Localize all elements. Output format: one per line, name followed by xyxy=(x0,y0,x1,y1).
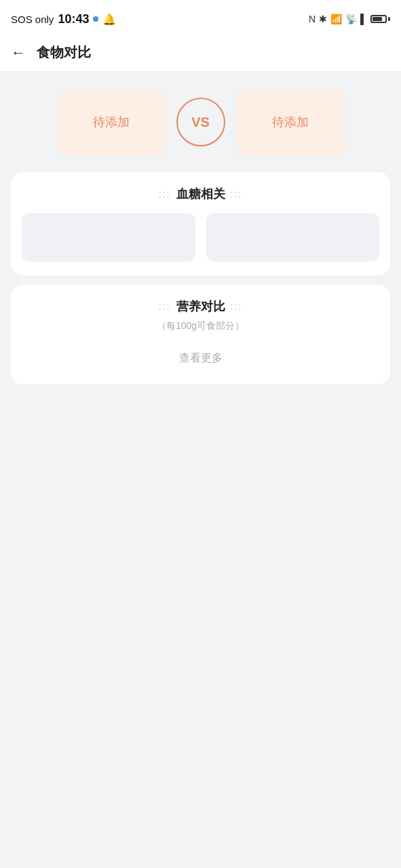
bluetooth-icon: ✱ xyxy=(319,14,327,24)
signal-icon: 📶 xyxy=(330,14,342,24)
status-right: N ✱ 📶 📡 ▌ xyxy=(309,14,390,24)
nutrition-title: 营养对比 xyxy=(176,298,225,315)
nutrition-header: ::: 营养对比 ::: xyxy=(22,298,379,315)
sos-text: SOS only xyxy=(11,14,54,25)
nav-bar: ← 食物对比 xyxy=(0,35,401,72)
wifi-icon: 📡 xyxy=(345,14,357,24)
status-dot-icon xyxy=(93,16,98,22)
blood-sugar-placeholder-right xyxy=(206,213,380,262)
blood-sugar-dots-right: ::: xyxy=(231,189,243,199)
blood-sugar-placeholder-left xyxy=(22,213,195,262)
battery-icon xyxy=(370,15,390,23)
blood-sugar-dots-left: ::: xyxy=(159,189,171,199)
vs-circle: VS xyxy=(176,98,225,146)
blood-sugar-card: ::: 血糖相关 ::: xyxy=(11,172,390,275)
status-bar: SOS only 10:43 🔔 N ✱ 📶 📡 ▌ xyxy=(0,0,401,35)
blood-sugar-title: 血糖相关 xyxy=(176,186,225,202)
add-food-left-button[interactable]: 待添加 xyxy=(57,88,166,156)
view-more-button[interactable]: 查看更多 xyxy=(22,346,379,371)
battery-bar-icon: ▌ xyxy=(360,14,367,24)
vs-row: 待添加 VS 待添加 xyxy=(11,88,390,156)
blood-sugar-header: ::: 血糖相关 ::: xyxy=(22,186,379,202)
main-content: 待添加 VS 待添加 ::: 血糖相关 ::: ::: 营养对比 ::: （每1… xyxy=(0,72,401,384)
nfc-icon: N xyxy=(309,14,316,24)
bell-icon: 🔔 xyxy=(102,13,116,26)
blood-sugar-placeholders xyxy=(22,213,379,262)
nutrition-dots-right: ::: xyxy=(231,301,243,312)
status-time: 10:43 xyxy=(58,12,89,26)
nutrition-subtitle: （每100g可食部分） xyxy=(22,320,379,332)
add-food-right-button[interactable]: 待添加 xyxy=(236,88,345,156)
back-button[interactable]: ← xyxy=(11,44,26,62)
nutrition-card: ::: 营养对比 ::: （每100g可食部分） 查看更多 xyxy=(11,285,390,384)
status-left: SOS only 10:43 🔔 xyxy=(11,12,116,26)
nutrition-dots-left: ::: xyxy=(159,301,171,312)
page-title: 食物对比 xyxy=(37,43,91,62)
